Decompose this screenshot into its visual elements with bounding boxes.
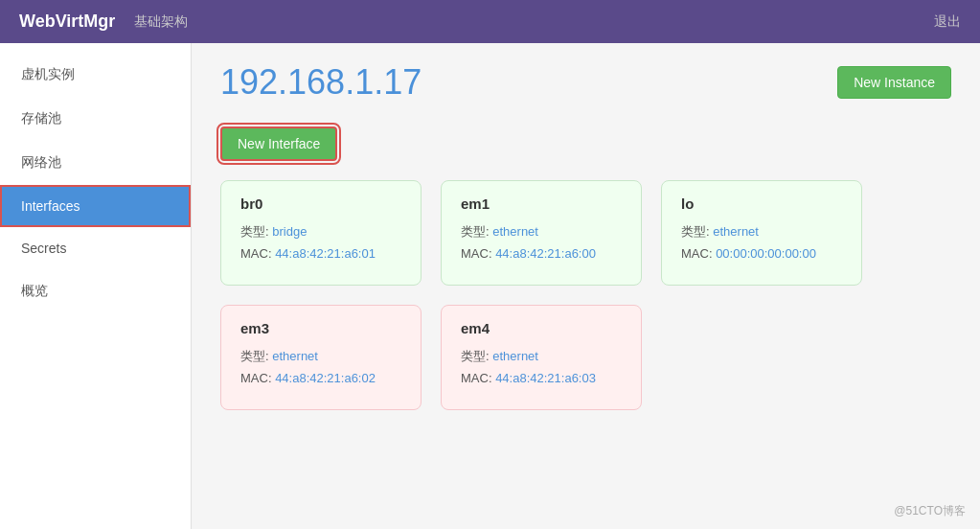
card-em1-title: em1 bbox=[461, 196, 622, 212]
sidebar-item-vms[interactable]: 虚机实例 bbox=[0, 53, 191, 97]
card-lo[interactable]: lo 类型: ethernet MAC: 00:00:00:00:00:00 bbox=[661, 180, 862, 286]
cards-row-1: br0 类型: bridge MAC: 44:a8:42:21:a6:01 em… bbox=[220, 180, 951, 286]
card-em4-type-value: ethernet bbox=[492, 349, 538, 363]
card-em4-mac-value: 44:a8:42:21:a6:03 bbox=[495, 371, 596, 385]
page-header: 192.168.1.17 New Instance bbox=[220, 62, 951, 103]
card-em3[interactable]: em3 类型: ethernet MAC: 44:a8:42:21:a6:02 bbox=[220, 305, 422, 410]
card-em1-mac-value: 44:a8:42:21:a6:00 bbox=[495, 246, 596, 261]
card-em1-mac: MAC: 44:a8:42:21:a6:00 bbox=[461, 246, 622, 261]
card-lo-type-value: ethernet bbox=[713, 224, 759, 239]
content-area: 192.168.1.17 New Instance New Interface … bbox=[192, 43, 980, 529]
card-em3-mac-value: 44:a8:42:21:a6:02 bbox=[275, 371, 376, 385]
nav-link-infrastructure[interactable]: 基础架构 bbox=[134, 13, 188, 31]
new-interface-button[interactable]: New Interface bbox=[220, 126, 337, 161]
card-lo-mac: MAC: 00:00:00:00:00:00 bbox=[681, 246, 842, 261]
card-em1-type: 类型: ethernet bbox=[461, 223, 622, 241]
cards-row-2: em3 类型: ethernet MAC: 44:a8:42:21:a6:02 … bbox=[220, 305, 951, 410]
page-title: 192.168.1.17 bbox=[220, 62, 422, 103]
card-em1[interactable]: em1 类型: ethernet MAC: 44:a8:42:21:a6:00 bbox=[441, 180, 642, 286]
card-br0[interactable]: br0 类型: bridge MAC: 44:a8:42:21:a6:01 bbox=[220, 180, 422, 286]
toolbar: New Interface bbox=[220, 126, 951, 161]
card-br0-type-value: bridge bbox=[272, 224, 307, 239]
sidebar-item-interfaces[interactable]: Interfaces bbox=[0, 185, 191, 227]
card-lo-mac-value: 00:00:00:00:00:00 bbox=[716, 246, 816, 261]
watermark: @51CTO博客 bbox=[894, 503, 966, 519]
card-em4-mac: MAC: 44:a8:42:21:a6:03 bbox=[461, 371, 622, 385]
card-br0-type: 类型: bridge bbox=[240, 223, 401, 241]
sidebar-item-network[interactable]: 网络池 bbox=[0, 141, 191, 185]
card-br0-mac-value: 44:a8:42:21:a6:01 bbox=[275, 246, 376, 261]
card-em1-type-value: ethernet bbox=[492, 224, 538, 239]
card-em3-type-value: ethernet bbox=[272, 349, 318, 363]
card-em4-title: em4 bbox=[461, 320, 622, 336]
sidebar-item-overview[interactable]: 概览 bbox=[0, 269, 191, 313]
sidebar-item-storage[interactable]: 存储池 bbox=[0, 97, 191, 141]
card-br0-title: br0 bbox=[240, 196, 401, 212]
sidebar-item-secrets[interactable]: Secrets bbox=[0, 227, 191, 269]
sidebar: 虚机实例 存储池 网络池 Interfaces Secrets 概览 bbox=[0, 43, 192, 529]
card-em3-mac: MAC: 44:a8:42:21:a6:02 bbox=[240, 371, 401, 385]
card-em4[interactable]: em4 类型: ethernet MAC: 44:a8:42:21:a6:03 bbox=[441, 305, 642, 410]
navbar: WebVirtMgr 基础架构 退出 bbox=[0, 0, 980, 43]
card-em3-title: em3 bbox=[240, 320, 401, 336]
new-instance-button[interactable]: New Instance bbox=[837, 66, 951, 99]
card-lo-type: 类型: ethernet bbox=[681, 223, 842, 241]
card-em3-type: 类型: ethernet bbox=[240, 348, 401, 365]
main-container: 虚机实例 存储池 网络池 Interfaces Secrets 概览 192.1… bbox=[0, 43, 980, 529]
card-em4-type: 类型: ethernet bbox=[461, 348, 622, 365]
logout-button[interactable]: 退出 bbox=[934, 13, 961, 31]
card-lo-title: lo bbox=[681, 196, 842, 212]
card-br0-mac: MAC: 44:a8:42:21:a6:01 bbox=[240, 246, 401, 261]
brand: WebVirtMgr bbox=[19, 12, 115, 32]
